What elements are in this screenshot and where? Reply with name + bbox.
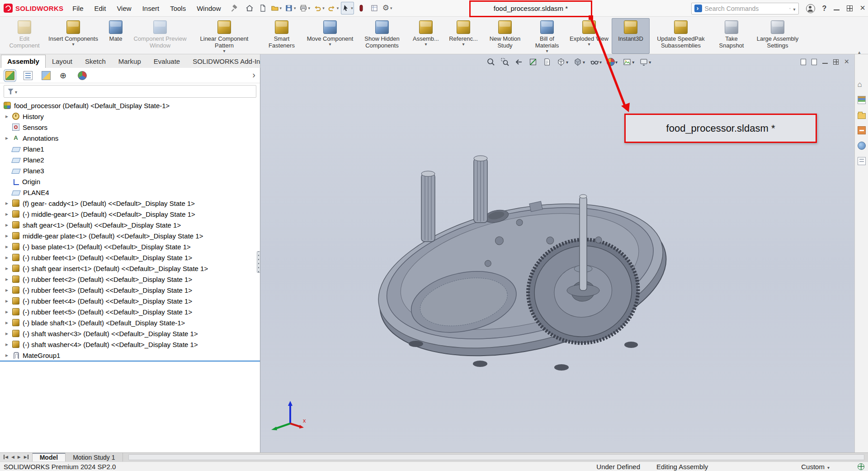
tree-item[interactable]: food_processor (Default) <Default_Displa… <box>0 100 260 111</box>
zoom-fit-icon[interactable] <box>486 57 495 67</box>
tree-filter-box[interactable] <box>4 85 256 98</box>
search-scope-icon[interactable] <box>694 5 702 12</box>
tree-item[interactable]: (-) shaft washer<3> (Default) <<Default>… <box>0 328 260 339</box>
tree-item[interactable]: (-) rubber feet<1> (Default) <<Default>_… <box>0 252 260 263</box>
tree-item[interactable]: (f) gear- caddy<1> (Default) <<Default>_… <box>0 198 260 209</box>
tree-item[interactable]: middle-gear plate<1> (Default) <<Default… <box>0 230 260 241</box>
tree-item[interactable]: PLANE4 <box>0 187 260 198</box>
expand-arrow-icon[interactable] <box>5 352 12 358</box>
display-style-icon[interactable] <box>573 57 585 67</box>
next-tab-icon[interactable] <box>18 455 21 459</box>
view-settings-icon[interactable] <box>639 57 651 67</box>
smart-fasteners-button[interactable]: Smart Fasteners <box>260 18 303 54</box>
menu-window[interactable]: Window <box>191 1 226 15</box>
new-window-icon[interactable] <box>801 59 806 65</box>
redo-icon[interactable] <box>327 2 340 14</box>
configuration-selector[interactable]: Custom <box>801 463 830 471</box>
menu-edit[interactable]: Edit <box>89 1 112 15</box>
expand-arrow-icon[interactable] <box>5 135 12 141</box>
update-speedpak-button[interactable]: Update SpeedPak Subassemblies <box>651 18 711 54</box>
large-assembly-settings-button[interactable]: Large Assembly Settings <box>752 18 803 54</box>
instant3d-button[interactable]: Instant3D <box>612 18 650 54</box>
custom-properties-icon[interactable] <box>858 157 866 165</box>
expand-arrow-icon[interactable] <box>5 287 12 293</box>
doc-restore-icon[interactable] <box>833 59 839 65</box>
property-manager-tab-icon[interactable] <box>24 71 33 80</box>
tree-item[interactable]: History <box>0 111 260 122</box>
exploded-view-button[interactable]: Exploded View <box>568 18 610 54</box>
previous-view-icon[interactable] <box>514 57 524 67</box>
tab-motion-study-1[interactable]: Motion Study 1 <box>66 453 123 461</box>
panel-expand-icon[interactable] <box>252 70 255 80</box>
edit-appearance-icon[interactable] <box>607 58 618 66</box>
collapse-ribbon-icon[interactable] <box>858 48 864 52</box>
assembly-3d-model[interactable] <box>366 155 674 381</box>
expand-arrow-icon[interactable] <box>5 298 12 304</box>
tree-item[interactable]: (-) shaft washer<4> (Default) <<Default>… <box>0 339 260 350</box>
resources-home-icon[interactable] <box>858 81 866 89</box>
expand-arrow-icon[interactable] <box>5 254 12 261</box>
select-cursor-icon[interactable] <box>341 2 354 14</box>
print-icon[interactable] <box>298 2 311 14</box>
tab-evaluate[interactable]: Evaluate <box>147 55 186 68</box>
tab-sketch[interactable]: Sketch <box>79 55 112 68</box>
options-sheet-icon[interactable] <box>368 2 380 14</box>
expand-arrow-icon[interactable] <box>5 113 12 119</box>
window-panes-icon[interactable] <box>847 5 853 11</box>
tile-windows-icon[interactable] <box>811 59 817 65</box>
tree-item[interactable]: (-) rubber feet<2> (Default) <<Default>_… <box>0 274 260 285</box>
filter-caret-icon[interactable] <box>15 87 17 95</box>
take-snapshot-button[interactable]: Take Snapshot <box>712 18 751 54</box>
expand-arrow-icon[interactable] <box>5 309 12 315</box>
gear-icon[interactable] <box>382 2 393 14</box>
tab-layout[interactable]: Layout <box>46 55 79 68</box>
tab-markup[interactable]: Markup <box>112 55 147 68</box>
expand-arrow-icon[interactable] <box>5 319 12 326</box>
tree-item[interactable]: (-) rubber feet<4> (Default) <<Default>_… <box>0 295 260 306</box>
expand-arrow-icon[interactable] <box>5 341 12 347</box>
reference-geometry-button[interactable]: Referenc... <box>444 18 482 54</box>
zoom-area-icon[interactable] <box>500 57 509 67</box>
new-document-icon[interactable] <box>257 2 269 14</box>
expand-arrow-icon[interactable] <box>5 243 12 250</box>
expand-arrow-icon[interactable] <box>5 211 12 217</box>
expand-arrow-icon[interactable] <box>5 200 12 206</box>
menu-insert[interactable]: Insert <box>137 1 165 15</box>
configuration-manager-tab-icon[interactable] <box>42 71 51 80</box>
expand-arrow-icon[interactable] <box>5 222 12 228</box>
help-icon[interactable] <box>822 5 827 13</box>
design-library-icon[interactable] <box>858 96 866 104</box>
section-view-icon[interactable] <box>528 57 538 67</box>
user-icon[interactable] <box>806 4 815 13</box>
previous-tab-icon[interactable] <box>11 455 14 459</box>
tree-item-mategroup[interactable]: MateGroup1 <box>0 350 260 361</box>
move-component-button[interactable]: Move Component <box>305 18 355 54</box>
expand-arrow-icon[interactable] <box>5 276 12 282</box>
tree-item[interactable]: Annotations <box>0 133 260 143</box>
bill-of-materials-button[interactable]: Bill of Materials <box>528 18 566 54</box>
dimxpert-manager-tab-icon[interactable] <box>60 71 69 80</box>
tree-item[interactable]: Sensors <box>0 122 260 133</box>
show-hidden-components-button[interactable]: Show Hidden Components <box>357 18 407 54</box>
menu-file[interactable]: File <box>67 1 89 15</box>
view-orientation-icon[interactable] <box>557 57 568 67</box>
last-tab-icon[interactable] <box>24 455 28 459</box>
tree-item[interactable]: Origin <box>0 176 260 187</box>
tree-item[interactable]: (-) shaft gear insert<1> (Default) <<Def… <box>0 263 260 274</box>
tab-solidworks-add-ins[interactable]: SOLIDWORKS Add-Ins <box>186 55 270 68</box>
tree-item[interactable]: shaft gear<1> (Default) <<Default>_Displ… <box>0 219 260 230</box>
expand-arrow-icon[interactable] <box>5 265 12 271</box>
tree-item[interactable]: (-) rubber feet<3> (Default) <<Default>_… <box>0 285 260 295</box>
search-caret-icon[interactable] <box>793 5 796 13</box>
search-input[interactable] <box>705 5 787 12</box>
tree-item[interactable]: (-) base plate<1> (Default) <<Default>_D… <box>0 241 260 252</box>
tree-item[interactable]: (-) rubber feet<5> (Default) <<Default>_… <box>0 306 260 317</box>
tree-item[interactable]: (-) middle-gear<1> (Default) <<Default>_… <box>0 209 260 219</box>
apply-scene-icon[interactable] <box>623 57 634 67</box>
expand-arrow-icon[interactable] <box>5 233 12 239</box>
insert-components-button[interactable]: Insert Components <box>47 18 100 54</box>
doc-minimize-icon[interactable] <box>822 59 828 65</box>
file-explorer-icon[interactable] <box>858 113 866 119</box>
first-tab-icon[interactable] <box>4 455 8 459</box>
home-icon[interactable] <box>244 2 255 14</box>
